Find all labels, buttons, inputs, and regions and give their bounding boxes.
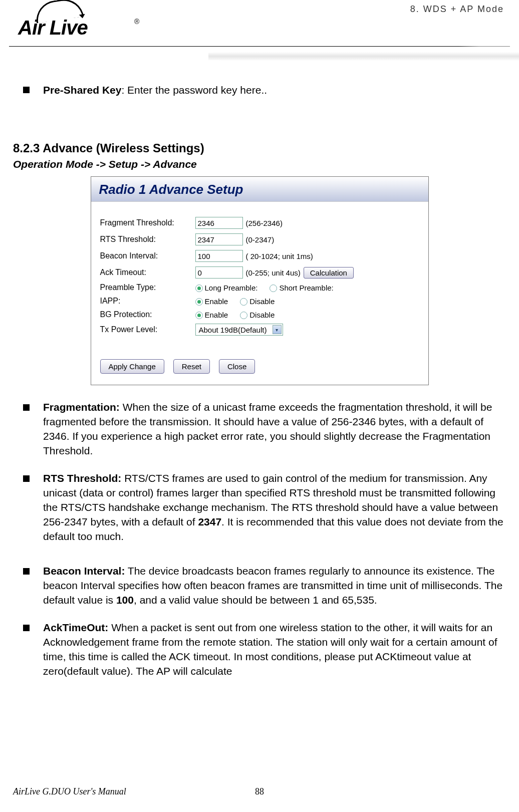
pre-shared-key-item: Pre-Shared Key: Enter the password key h…: [43, 83, 506, 97]
txpower-select[interactable]: About 19dB(Default) ▾: [195, 324, 283, 336]
psk-label: Pre-Shared Key: [43, 84, 121, 96]
page-footer: AirLive G.DUO User's Manual 88: [13, 786, 506, 797]
beacon-desc-bold: 100: [116, 594, 134, 606]
rts-hint: (0-2347): [246, 235, 275, 244]
page-number: 88: [255, 786, 264, 797]
logo-text: Air Live: [18, 17, 88, 39]
iapp-disable-radio[interactable]: [240, 298, 247, 306]
bg-enable-radio[interactable]: [195, 312, 203, 319]
iapp-enable-radio[interactable]: [195, 298, 203, 306]
ack-timeout-row: Ack Timeout: (0-255; unit 4us) Calculati…: [100, 266, 419, 279]
bg-disable-text: Disable: [249, 311, 275, 319]
chapter-header: 8. WDS + AP Mode: [410, 4, 504, 15]
page-content: Pre-Shared Key: Enter the password key h…: [13, 83, 506, 692]
txpower-label: Tx Power Level:: [100, 325, 195, 334]
ack-input[interactable]: [195, 266, 243, 279]
iapp-enable-text: Enable: [205, 297, 228, 306]
fragment-input[interactable]: [195, 217, 243, 229]
registered-mark: ®: [134, 18, 139, 26]
screenshot-title: Radio 1 Advance Setup: [91, 177, 428, 202]
calculation-button[interactable]: Calculation: [304, 267, 354, 279]
ack-hint: (0-255; unit 4us): [246, 268, 301, 277]
beacon-desc-after: , and a valid value should be between 1 …: [134, 594, 377, 606]
frag-desc-label: Fragmentation:: [43, 401, 120, 413]
reset-button[interactable]: Reset: [173, 359, 210, 374]
fragment-hint: (256-2346): [246, 219, 283, 227]
footer-manual-title: AirLive G.DUO User's Manual: [13, 786, 126, 797]
psk-text: : Enter the password key here..: [121, 84, 267, 96]
beacon-hint: ( 20-1024; unit 1ms): [246, 252, 313, 260]
rts-input[interactable]: [195, 233, 243, 245]
fragment-threshold-row: Fragment Threshold: (256-2346): [100, 217, 419, 229]
beacon-interval-row: Beacon Interval: ( 20-1024; unit 1ms): [100, 250, 419, 262]
ack-desc-text: When a packet is sent out from one wirel…: [43, 622, 497, 677]
rts-desc-bold: 2347: [198, 516, 221, 527]
header-divider: [9, 46, 510, 47]
header-swoosh: [208, 45, 519, 68]
chevron-down-icon: ▾: [273, 325, 282, 334]
rts-desc-label: RTS Threshold:: [43, 472, 121, 484]
iapp-row: IAPP: Enable Disable: [100, 297, 419, 306]
short-preamble-radio[interactable]: [270, 285, 277, 292]
rts-threshold-row: RTS Threshold: (0-2347): [100, 233, 419, 245]
breadcrumb: Operation Mode -> Setup -> Advance: [13, 158, 506, 170]
long-preamble-text: Long Preamble:: [205, 284, 258, 292]
fragmentation-desc: Fragmentation: When the size of a unicas…: [43, 400, 506, 458]
airlive-logo: Air Live ®: [9, 3, 139, 40]
bg-disable-radio[interactable]: [240, 312, 247, 319]
iapp-label: IAPP:: [100, 297, 195, 306]
section-heading: 8.2.3 Advance (Wireless Settings): [13, 141, 506, 155]
ack-label: Ack Timeout:: [100, 268, 195, 277]
short-preamble-text: Short Preamble:: [279, 284, 333, 292]
rts-desc: RTS Threshold: RTS/CTS frames are used t…: [43, 471, 506, 544]
bg-protection-row: BG Protection: Enable Disable: [100, 310, 419, 319]
bg-enable-text: Enable: [205, 311, 228, 319]
beacon-label: Beacon Interval:: [100, 251, 195, 260]
rts-label: RTS Threshold:: [100, 235, 195, 244]
iapp-disable-text: Disable: [249, 297, 275, 306]
close-button[interactable]: Close: [219, 359, 255, 374]
ack-desc: AckTimeOut: When a packet is sent out fr…: [43, 621, 506, 679]
apply-change-button[interactable]: Apply Change: [100, 359, 164, 374]
beacon-input[interactable]: [195, 250, 243, 262]
txpower-value: About 19dB(Default): [199, 326, 267, 334]
fragment-label: Fragment Threshold:: [100, 218, 195, 227]
bg-label: BG Protection:: [100, 310, 195, 319]
beacon-desc-label: Beacon Interval:: [43, 565, 125, 577]
preamble-label: Preamble Type:: [100, 283, 195, 292]
preamble-row: Preamble Type: Long Preamble: Short Prea…: [100, 283, 419, 292]
ack-desc-label: AckTimeOut:: [43, 622, 108, 633]
beacon-desc: Beacon Interval: The device broadcasts b…: [43, 564, 506, 608]
settings-screenshot: Radio 1 Advance Setup Fragment Threshold…: [91, 176, 429, 385]
tx-power-row: Tx Power Level: About 19dB(Default) ▾: [100, 324, 419, 336]
long-preamble-radio[interactable]: [195, 285, 203, 292]
